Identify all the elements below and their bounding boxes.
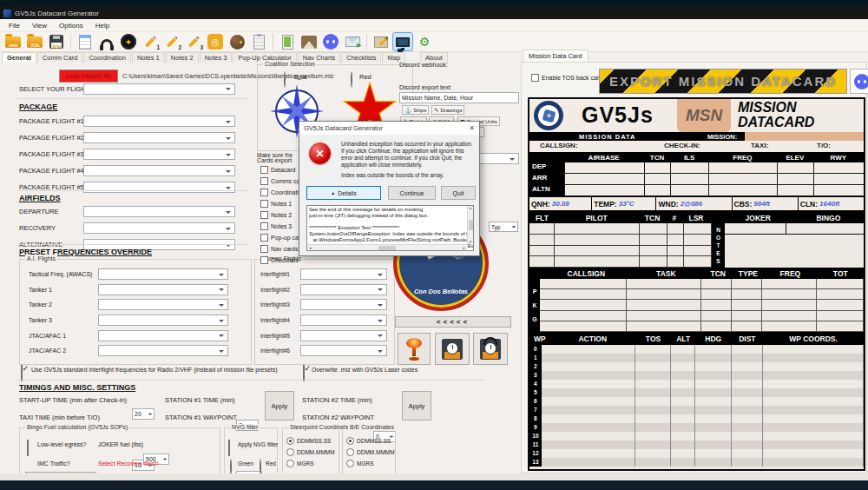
export-mission-datacard-button[interactable]: EXPORT MISSION DATACARD (599, 69, 847, 94)
package-flight-2-combo[interactable] (83, 132, 235, 143)
interflight-1-combo[interactable] (300, 268, 387, 280)
tab-notes-3[interactable]: Notes 3 (200, 52, 233, 63)
interflight-3-combo[interactable] (300, 299, 387, 310)
checklists-button[interactable] (248, 32, 269, 51)
horizontal-scrollbar[interactable]: ◄► (307, 244, 467, 250)
tab-notes-1[interactable]: Notes 1 (132, 52, 165, 63)
notes2-button[interactable]: 2 (161, 32, 182, 51)
low-level-egress-checkbox[interactable] (27, 440, 29, 456)
nav-charts-button[interactable] (227, 32, 247, 51)
station1-time-label: STATION #1 TIME (min) (165, 396, 235, 404)
airbase-col-freq: FREQ (708, 154, 777, 162)
tab-coordination[interactable]: Coordination (83, 52, 131, 63)
station1-waypoint-label: STATION #1 WAYPOINT (165, 414, 237, 421)
load-5js-button[interactable]: .5Js (24, 32, 45, 51)
menu-help[interactable]: Help (90, 20, 115, 31)
comm-card-button[interactable] (75, 32, 95, 51)
save-times-button[interactable] (435, 333, 470, 365)
cards-export-checkbox[interactable] (260, 222, 268, 230)
tab-comm-card[interactable]: Comm Card (37, 52, 82, 63)
collapse-panel-button[interactable]: <<<<< (395, 316, 511, 328)
image-export-button[interactable] (299, 32, 319, 51)
kneeboard-button[interactable] (277, 32, 298, 51)
notes1-button[interactable]: 1 (140, 32, 161, 51)
details-button[interactable]: ▲ Details (306, 186, 381, 200)
error-dialog-titlebar[interactable]: GV5Js Datacard Generator ✕ (299, 122, 479, 135)
send-button[interactable] (342, 32, 363, 51)
ai-freq-4-combo[interactable] (98, 315, 228, 326)
wp-cell (695, 397, 732, 406)
interflight-5-row: Interflight#5 (260, 328, 394, 343)
exception-details-box[interactable]: See the end of this message for details … (306, 205, 474, 251)
cards-export-checkbox[interactable] (260, 211, 268, 219)
ai-freq-5-combo[interactable] (98, 330, 228, 341)
save-comms-times-button[interactable] (473, 333, 508, 365)
discord-toggle-ships[interactable]: ⚓Ships (402, 105, 429, 115)
tab-general[interactable]: General (2, 52, 36, 63)
ai-freq-3-combo[interactable] (98, 299, 228, 310)
interflight-6-combo[interactable] (300, 345, 387, 356)
cards-export-checkbox[interactable] (260, 234, 268, 242)
station2-apply-button[interactable]: Apply (402, 391, 431, 420)
package-flight-4-combo[interactable] (83, 165, 235, 176)
tab-checklists[interactable]: Checklists (341, 52, 381, 63)
load-mission-file-button[interactable]: Load mission file (59, 70, 118, 83)
interflight-4-combo[interactable] (300, 315, 387, 326)
discord-toggle-drawings[interactable]: ✎Drawings (431, 105, 464, 115)
apply-nvg-filter-checkbox[interactable] (228, 440, 230, 456)
discord-button[interactable] (320, 32, 341, 51)
steerpoint-radio[interactable] (286, 437, 294, 445)
datacard-view-button[interactable] (392, 32, 413, 51)
interflight-5-combo[interactable] (300, 330, 387, 341)
steerpoint-radio[interactable] (286, 460, 294, 467)
enable-tos-checkbox[interactable] (531, 74, 539, 82)
nuke-button[interactable] (398, 333, 431, 365)
tab-mission-data-card[interactable]: Mission Data Card (523, 50, 589, 62)
menu-view[interactable]: View (27, 20, 52, 31)
cards-export-checkbox[interactable] (260, 189, 268, 196)
cards-export-checkbox[interactable] (260, 256, 268, 264)
select-flight-combo[interactable] (83, 83, 235, 95)
airfield-departure-combo[interactable] (83, 206, 235, 217)
be-radio[interactable] (346, 448, 354, 456)
airfield-recovery-combo[interactable] (83, 222, 235, 234)
save-5js-button[interactable]: .5Js (46, 32, 67, 51)
discord-type-spinner[interactable]: Typ (489, 222, 518, 232)
continue-button[interactable]: Continue (388, 186, 436, 200)
startup-time-stepper[interactable]: 20 (132, 408, 155, 420)
settings-button[interactable] (414, 32, 435, 51)
steerpoint-radio[interactable] (286, 448, 294, 456)
divider (17, 380, 486, 381)
package-flight-3-combo[interactable] (83, 149, 235, 160)
tab-notes-2[interactable]: Notes 2 (166, 52, 199, 63)
menu-options[interactable]: Options (54, 20, 89, 31)
wp-row-1: 1 (529, 354, 864, 362)
close-icon[interactable]: ✕ (469, 124, 475, 132)
package-flight-5-combo[interactable] (83, 182, 235, 193)
cards-export-checkbox[interactable] (260, 245, 268, 253)
interflight-2-combo[interactable] (300, 284, 387, 295)
ai-freq-2-combo[interactable] (98, 284, 228, 295)
ai-freq-6-combo[interactable] (98, 345, 228, 356)
quit-button[interactable]: Quit (441, 186, 476, 200)
ai-freq-1-combo[interactable] (98, 268, 228, 280)
headset-button[interactable] (96, 32, 117, 51)
station1-apply-button[interactable]: Apply (265, 391, 294, 420)
discord-export-button[interactable] (850, 69, 868, 94)
map-edit-button[interactable] (371, 32, 391, 51)
be-radio[interactable] (346, 437, 354, 445)
be-radio[interactable] (346, 460, 354, 467)
package-flight-1-combo[interactable] (83, 116, 235, 127)
vertical-scrollbar[interactable]: ▲▼ (467, 206, 473, 244)
wp-cell (695, 440, 732, 449)
cards-export-checkbox[interactable] (260, 166, 268, 174)
discord-export-text-input[interactable]: Mission Name, Date, Hour (399, 92, 519, 103)
cards-export-checkbox[interactable] (260, 200, 268, 208)
load-miz-button[interactable]: .miz (3, 32, 23, 51)
clock-compass-button[interactable] (118, 32, 139, 51)
notes3-button[interactable]: 3 (183, 32, 204, 51)
menu-file[interactable]: File (3, 20, 25, 31)
title-bar[interactable]: GV5Js Datacard Generator (0, 7, 868, 19)
popup-calc-button[interactable] (205, 32, 226, 51)
cards-export-checkbox[interactable] (260, 177, 268, 185)
